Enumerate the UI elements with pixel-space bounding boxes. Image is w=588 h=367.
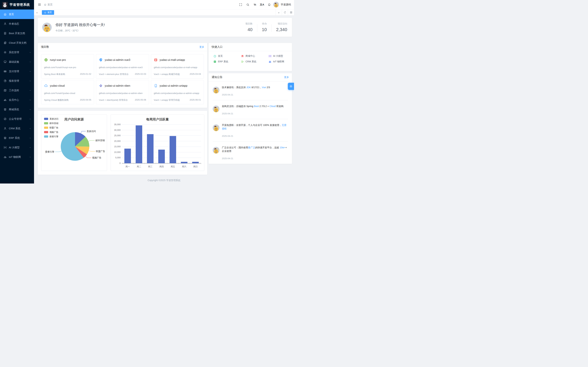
notices-more-link[interactable]: 更多 xyxy=(284,76,289,79)
sidebar-item-商城系统[interactable]: 商城系统 xyxy=(0,105,34,114)
notice-item[interactable]: 架构灵活性：后端提供 Spring Boot 2.7/3.2 + Cloud 双… xyxy=(213,100,288,119)
sidebar-item-基础设施[interactable]: 基础设施 xyxy=(0,57,34,67)
project-date: 2025-06-01 xyxy=(190,99,201,102)
notice-link[interactable]: 最广泛 xyxy=(248,146,255,149)
stat-待办: 待办10 xyxy=(257,22,271,32)
sidebar-menu: 首页作者动态Boot 开发文档Cloud 开发文档系统管理基础设施支付管理报表管… xyxy=(0,9,34,184)
tab-layout-button[interactable] xyxy=(288,9,294,16)
svg-text:每周用户活跃量: 每周用户活跃量 xyxy=(146,117,169,121)
quick-entry-IoT 物联网[interactable]: IoT 物联网 xyxy=(264,59,292,64)
sidebar-item-AI 大模型[interactable]: AIAI 大模型 xyxy=(0,143,34,152)
project-card-yudao-ui-admin-vue3[interactable]: yudao-ui-admin-vue3 github.com/yudaocode… xyxy=(96,54,149,78)
quick-entry-AI 大模型[interactable]: AIAI 大模型 xyxy=(264,53,292,58)
breadcrumb[interactable]: 首页 xyxy=(44,3,52,6)
project-card-yudao-ui-mall-uniapp[interactable]: yudao-ui-mall-uniapp github.com/yudaocod… xyxy=(151,54,204,78)
sidebar-item-ERP 系统[interactable]: ERP 系统 xyxy=(0,133,34,143)
sidebar-item-报表管理[interactable]: 报表管理 xyxy=(0,76,34,86)
notice-link[interactable]: Vue xyxy=(262,86,266,89)
sidebar-item-工作流程[interactable]: 工作流程 xyxy=(0,86,34,95)
user-icon xyxy=(4,127,7,130)
project-card-yudao-ui-admin-uniapp[interactable]: yudao-ui-admin-uniapp github.com/yudaoco… xyxy=(151,80,204,104)
notice-item[interactable]: 技术兼容性：系统支持 JDK 8/17/21，Vue 2/3 2025-04-2… xyxy=(213,81,288,100)
chevron-down-icon xyxy=(29,70,31,73)
project-card-ruoyi-vue-pro[interactable]: ruoyi-vue-pro github.com/YunaiV/ruoyi-vu… xyxy=(41,54,94,78)
quick-entry-ERP 系统[interactable]: ERP 系统 xyxy=(209,59,237,64)
notice-item[interactable]: 开源免授权：全部开源，个人与企业可 100% 直接使用，无需授权 2025-04… xyxy=(213,119,288,142)
notice-text: 2.7/3.2 + xyxy=(259,105,269,108)
sidebar-item-首页[interactable]: 首页 xyxy=(0,9,34,19)
sidebar-item-公众号管理[interactable]: 公众号管理 xyxy=(0,114,34,124)
project-card-yudao-cloud[interactable]: yudao-cloud github.com/YunaiV/yudao-clou… xyxy=(41,80,94,104)
notice-link[interactable]: 10w+ xyxy=(280,146,285,149)
fullscreen-button[interactable] xyxy=(238,1,244,8)
notice-item[interactable]: 广泛企业认可：国内使用最广泛的快速开发平台，远超 10w++ 企业使用 2025… xyxy=(213,142,288,164)
welcome-card: 你好 芋道源码 祝你开心每一天! 今日晴，20℃ - 32℃! 项目数40待办1… xyxy=(38,18,292,37)
charts-card: 用户访问来源直接访问邮件营销联盟广告视频广告搜索引擎直接访问邮件营销联盟广告视频… xyxy=(38,111,207,175)
notice-date: 2025-04-21 xyxy=(222,93,288,96)
notice-avatar xyxy=(213,147,219,154)
settings-fab-button[interactable] xyxy=(288,83,294,90)
iot-icon xyxy=(4,155,7,158)
search-icon xyxy=(246,3,250,6)
logo[interactable]: 芋道管理系统 xyxy=(0,0,34,9)
project-card-yudao-ui-admin-vben[interactable]: yudao-ui-admin-vben github.com/yudaocode… xyxy=(96,80,149,104)
svg-text:20,000: 20,000 xyxy=(114,140,121,142)
notice-link[interactable]: Cloud xyxy=(269,105,276,108)
sidebar-item-Cloud 开发文档[interactable]: Cloud 开发文档 xyxy=(0,38,34,48)
svg-text:周五: 周五 xyxy=(171,165,175,168)
quick-entry-商城中心[interactable]: 商城中心 xyxy=(237,53,264,58)
chevron-down-icon xyxy=(29,137,31,139)
project-date: 2025-04-05 xyxy=(80,99,91,102)
search-button[interactable] xyxy=(245,1,251,8)
project-name: yudao-ui-admin-vben xyxy=(105,84,130,87)
svg-text:30,000: 30,000 xyxy=(114,129,121,131)
sidebar-item-label: Cloud 开发文档 xyxy=(9,41,26,44)
user-avatar[interactable] xyxy=(273,2,279,8)
svg-text:联盟广告: 联盟广告 xyxy=(49,126,58,129)
sidebar-item-Boot 开发文档[interactable]: Boot 开发文档 xyxy=(0,29,34,38)
red-bag-icon xyxy=(154,58,158,62)
sidebar-item-IoT 物联网[interactable]: IoT 物联网 xyxy=(0,152,34,162)
mall-icon xyxy=(241,55,244,58)
project-date: 2025-05-06 xyxy=(135,99,146,102)
quick-entry-CRM 系统[interactable]: CRM 系统 xyxy=(237,59,264,64)
sidebar-item-会员中心[interactable]: 会员中心 xyxy=(0,95,34,105)
page-content: 你好 芋道源码 祝你开心每一天! 今日晴，20℃ - 32℃! 项目数40待办1… xyxy=(34,16,294,184)
notification-button[interactable] xyxy=(266,1,272,8)
sidebar-item-CRM 系统[interactable]: CRM 系统 xyxy=(0,124,34,133)
font-size-button[interactable]: Tt xyxy=(252,1,258,8)
projects-more-link[interactable]: 更多 xyxy=(199,46,204,49)
bar-chart-box: 每周用户活跃量05,00010,00015,00020,00025,00030,… xyxy=(111,115,204,171)
router-icon xyxy=(268,60,272,63)
project-name: yudao-ui-mall-uniapp xyxy=(160,58,185,61)
notice-link[interactable]: JDK xyxy=(246,86,251,89)
sidebar-item-作者动态[interactable]: 作者动态 xyxy=(0,19,34,29)
project-date: 2025-02-03 xyxy=(135,73,146,76)
play-triangle-icon xyxy=(241,60,244,63)
language-button[interactable]: 文A xyxy=(259,1,265,8)
project-desc: Vue3 + element-plus 管理后台 xyxy=(99,73,129,76)
quick-entry-首页[interactable]: 首页 xyxy=(209,53,237,58)
tab-refresh-button[interactable] xyxy=(282,9,288,16)
svg-text:10,000: 10,000 xyxy=(114,151,121,153)
sidebar-item-label: 报表管理 xyxy=(9,79,19,83)
breadcrumb-label: 首页 xyxy=(47,3,52,6)
chevron-down-icon xyxy=(29,127,31,130)
project-url: github.com/yudaocode/yudao-ui-admin-unia… xyxy=(154,92,201,95)
chevron-down-icon xyxy=(29,89,31,92)
shop-icon xyxy=(4,108,7,111)
tabs-scroll-left-button[interactable]: « xyxy=(34,9,40,16)
tabs-scroll-right-button[interactable]: » xyxy=(276,9,282,16)
username[interactable]: 芋道源码 xyxy=(281,3,291,6)
sidebar-item-支付管理[interactable]: 支付管理 xyxy=(0,67,34,76)
notice-link[interactable]: Boot xyxy=(254,105,259,108)
documents-icon xyxy=(4,41,7,44)
sidebar-item-系统管理[interactable]: 系统管理 xyxy=(0,48,34,57)
collapse-menu-button[interactable] xyxy=(36,1,43,8)
tab-首页[interactable]: 首页 xyxy=(42,10,54,15)
main-area: 首页 Tt 文A 芋道源码 « 首页 » xyxy=(34,0,294,184)
svg-text:周四: 周四 xyxy=(159,165,164,168)
tab-bar: « 首页 » xyxy=(34,9,294,16)
svg-text:邮件营销: 邮件营销 xyxy=(50,122,58,125)
spring-power-icon xyxy=(44,58,48,62)
